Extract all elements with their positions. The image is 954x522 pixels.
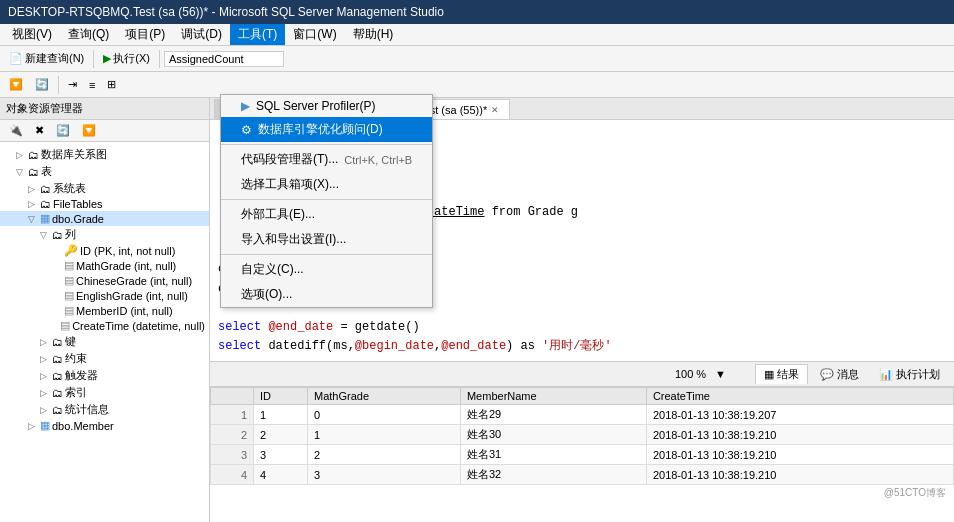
data-cell: 1 bbox=[307, 425, 460, 445]
expand-icon-member: ▷ bbox=[28, 421, 38, 431]
tree-item-constraints[interactable]: ▷ 🗂 约束 bbox=[0, 350, 209, 367]
menu-bar: 视图(V) 查询(Q) 项目(P) 调试(D) 工具(T) 窗口(W) 帮助(H… bbox=[0, 24, 954, 46]
watermark: @51CTO博客 bbox=[884, 486, 946, 500]
tree-label-keys: 键 bbox=[65, 334, 76, 349]
col-icon-createtime: ▤ bbox=[60, 319, 70, 332]
oe-refresh-btn[interactable]: 🔄 bbox=[51, 122, 75, 139]
execute-label: 执行(X) bbox=[113, 51, 150, 66]
tree-label-tables: 表 bbox=[41, 164, 52, 179]
tree-item-indexes[interactable]: ▷ 🗂 索引 bbox=[0, 384, 209, 401]
menu-separator-1 bbox=[221, 144, 432, 145]
tree-item-stats[interactable]: ▷ 🗂 统计信息 bbox=[0, 401, 209, 418]
refresh-btn[interactable]: 🔄 bbox=[30, 76, 54, 93]
importexport-label: 导入和导出设置(I)... bbox=[241, 231, 346, 248]
filter-btn[interactable]: 🔽 bbox=[4, 76, 28, 93]
expand-icon-sys: ▷ bbox=[28, 184, 38, 194]
data-cell: 4 bbox=[254, 465, 308, 485]
align-btn[interactable]: ≡ bbox=[84, 77, 100, 93]
row-num-cell: 4 bbox=[211, 465, 254, 485]
tree-item-dbdiagram[interactable]: ▷ 🗂 数据库关系图 bbox=[0, 146, 209, 163]
tree-item-col-english[interactable]: ▤ EnglishGrade (int, null) bbox=[0, 288, 209, 303]
tree-label-grade: dbo.Grade bbox=[52, 213, 104, 225]
execute-button[interactable]: ▶ 执行(X) bbox=[98, 49, 155, 68]
tree-item-grade[interactable]: ▽ ▦ dbo.Grade bbox=[0, 211, 209, 226]
toolbar-secondary: 🔽 🔄 ⇥ ≡ ⊞ bbox=[0, 72, 954, 98]
tree-item-sys-tables[interactable]: ▷ 🗂 系统表 bbox=[0, 180, 209, 197]
tree-item-col-chinese[interactable]: ▤ ChineseGrade (int, null) bbox=[0, 273, 209, 288]
toolbar-main: 📄 新建查询(N) ▶ 执行(X) bbox=[0, 46, 954, 72]
data-cell: 姓名29 bbox=[460, 405, 646, 425]
customize-label: 自定义(C)... bbox=[241, 261, 304, 278]
data-cell: 2018-01-13 10:38:19.210 bbox=[646, 465, 953, 485]
results-tab-execplan[interactable]: 📊 执行计划 bbox=[871, 365, 948, 384]
format-btn[interactable]: ⊞ bbox=[102, 76, 121, 93]
table-icon-grade: ▦ bbox=[40, 212, 50, 225]
new-query-label: 新建查询(N) bbox=[25, 51, 84, 66]
menu-query[interactable]: 查询(Q) bbox=[60, 24, 117, 45]
table-row: 443姓名322018-01-13 10:38:19.210 bbox=[211, 465, 954, 485]
tree-item-col-math[interactable]: ▤ MathGrade (int, null) bbox=[0, 258, 209, 273]
tree-item-member[interactable]: ▷ ▦ dbo.Member bbox=[0, 418, 209, 433]
main-content: 对象资源管理器 🔌 ✖ 🔄 🔽 ▷ 🗂 数据库关系图 ▽ 🗂 表 ▷ bbox=[0, 98, 954, 522]
table-row: 110姓名292018-01-13 10:38:19.207 bbox=[211, 405, 954, 425]
results-tab-messages[interactable]: 💬 消息 bbox=[812, 365, 867, 384]
dta-label: 数据库引擎优化顾问(D) bbox=[258, 121, 383, 138]
row-num-cell: 2 bbox=[211, 425, 254, 445]
tab-2-close[interactable]: ✕ bbox=[491, 105, 499, 115]
indent-btn[interactable]: ⇥ bbox=[63, 76, 82, 93]
tree-item-col-createtime[interactable]: ▤ CreateTime (datetime, null) bbox=[0, 318, 209, 333]
col-header-membername: MemberName bbox=[460, 388, 646, 405]
menu-help[interactable]: 帮助(H) bbox=[345, 24, 402, 45]
dta-icon: ⚙ bbox=[241, 123, 252, 137]
tree-label-member: dbo.Member bbox=[52, 420, 114, 432]
menu-item-importexport[interactable]: 导入和导出设置(I)... bbox=[221, 227, 432, 252]
oe-filter-btn[interactable]: 🔽 bbox=[77, 122, 101, 139]
table-icon-member: ▦ bbox=[40, 419, 50, 432]
menu-item-toolbox[interactable]: 选择工具箱项(X)... bbox=[221, 172, 432, 197]
tree-item-tables[interactable]: ▽ 🗂 表 bbox=[0, 163, 209, 180]
menu-view[interactable]: 视图(V) bbox=[4, 24, 60, 45]
assigned-count-input[interactable] bbox=[164, 51, 284, 67]
new-query-button[interactable]: 📄 新建查询(N) bbox=[4, 49, 89, 68]
code-line-12: select datediff(ms,@begin_date,@end_date… bbox=[218, 337, 946, 356]
tree-item-filetables[interactable]: ▷ 🗂 FileTables bbox=[0, 197, 209, 211]
code-line-11: select @end_date = getdate() bbox=[218, 318, 946, 337]
tree-label-cols: 列 bbox=[65, 227, 76, 242]
oe-connect-btn[interactable]: 🔌 bbox=[4, 122, 28, 139]
menu-project[interactable]: 项目(P) bbox=[117, 24, 173, 45]
zoom-value: 100 % bbox=[675, 368, 706, 380]
menu-item-codesnippet[interactable]: 代码段管理器(T)... Ctrl+K, Ctrl+B bbox=[221, 147, 432, 172]
object-explorer-toolbar: 🔌 ✖ 🔄 🔽 bbox=[0, 120, 209, 142]
execplan-tab-label: 执行计划 bbox=[896, 367, 940, 382]
data-cell: 姓名31 bbox=[460, 445, 646, 465]
tree-item-keys[interactable]: ▷ 🗂 键 bbox=[0, 333, 209, 350]
menu-tools[interactable]: 工具(T) bbox=[230, 24, 285, 45]
key-icon-id: 🔑 bbox=[64, 244, 78, 257]
menu-item-dta[interactable]: ⚙ 数据库引擎优化顾问(D) bbox=[221, 117, 432, 142]
menu-window[interactable]: 窗口(W) bbox=[285, 24, 344, 45]
execute-icon: ▶ bbox=[103, 52, 111, 65]
tree-item-col-memberid[interactable]: ▤ MemberID (int, null) bbox=[0, 303, 209, 318]
folder-icon-dbdiagram: 🗂 bbox=[28, 149, 39, 161]
data-table: ID MathGrade MemberName CreateTime 110姓名… bbox=[210, 387, 954, 485]
tree-item-col-id[interactable]: ▷ 🔑 ID (PK, int, not null) bbox=[0, 243, 209, 258]
tree-item-columns-folder[interactable]: ▽ 🗂 列 bbox=[0, 226, 209, 243]
expand-icon-grade: ▽ bbox=[28, 214, 38, 224]
folder-icon-sys: 🗂 bbox=[40, 183, 51, 195]
tree-label-sys: 系统表 bbox=[53, 181, 86, 196]
expand-icon-idx: ▷ bbox=[40, 388, 50, 398]
zoom-dropdown-btn[interactable]: ▼ bbox=[710, 366, 731, 382]
menu-item-external[interactable]: 外部工具(E)... bbox=[221, 202, 432, 227]
data-cell: 3 bbox=[307, 465, 460, 485]
menu-debug[interactable]: 调试(D) bbox=[173, 24, 230, 45]
tree-item-triggers[interactable]: ▷ 🗂 触发器 bbox=[0, 367, 209, 384]
menu-item-options[interactable]: 选项(O)... bbox=[221, 282, 432, 307]
menu-item-customize[interactable]: 自定义(C)... bbox=[221, 257, 432, 282]
tree-label-stats: 统计信息 bbox=[65, 402, 109, 417]
menu-item-profiler[interactable]: ▶ SQL Server Profiler(P) bbox=[221, 95, 432, 117]
oe-disconnect-btn[interactable]: ✖ bbox=[30, 122, 49, 139]
results-tab-results[interactable]: ▦ 结果 bbox=[755, 364, 808, 384]
new-document-icon: 📄 bbox=[9, 52, 23, 65]
expand-icon-keys: ▷ bbox=[40, 337, 50, 347]
folder-icon-cols: 🗂 bbox=[52, 229, 63, 241]
